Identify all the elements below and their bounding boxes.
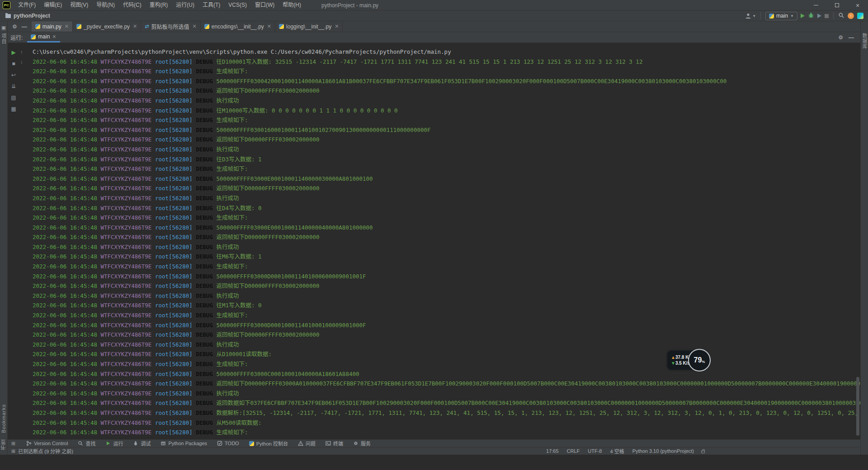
- menu-item-2[interactable]: 视图(V): [66, 0, 92, 10]
- menu-item-6[interactable]: 运行(U): [172, 0, 198, 10]
- toolwindow-item-label: TODO: [225, 441, 239, 446]
- log-line: 2022-06-06 16:45:48 WTFCXYKZY486T9E root…: [33, 66, 860, 76]
- close-tab-icon[interactable]: ✕: [133, 24, 137, 29]
- status-widget-4[interactable]: Python 3.10 (pythonProject): [632, 448, 694, 454]
- close-tab-icon[interactable]: ✕: [335, 24, 339, 29]
- network-monitor-overlay: ▲37.8 K/s ▼3.5 K/s 79%: [667, 351, 699, 370]
- toolwindow-item-调试[interactable]: 调试: [133, 440, 151, 447]
- toolwindow-item-label: 服务: [361, 440, 371, 447]
- editor-tab-2[interactable]: ⇄剪贴板与所选值✕: [141, 21, 200, 32]
- menu-item-1[interactable]: 编辑(E): [40, 0, 66, 10]
- clipboard-icon: ⇄: [145, 24, 149, 29]
- run-tab-main[interactable]: main ✕: [27, 32, 60, 42]
- gear-icon[interactable]: ⚙: [12, 24, 17, 30]
- menu-item-7[interactable]: 工具(T): [198, 0, 224, 10]
- log-line: 2022-06-06 16:45:48 WTFCXYKZY486T9E root…: [33, 418, 860, 428]
- project-breadcrumb[interactable]: pythonProject: [14, 13, 50, 19]
- menu-item-9[interactable]: 窗口(W): [251, 0, 278, 10]
- toolwindow-item-终端[interactable]: 终端: [326, 440, 343, 447]
- toolwindow-item-python-控制台[interactable]: Python 控制台: [249, 440, 288, 447]
- toolwindow-item-查找[interactable]: 查找: [78, 440, 95, 447]
- right-tool-stripe: 数据库: [860, 21, 868, 455]
- close-button[interactable]: ×: [847, 0, 868, 11]
- layout-grid-icon[interactable]: ⊞: [11, 448, 15, 454]
- stripe-item-bookmarks[interactable]: Bookmarks: [1, 404, 6, 433]
- titlebar: PC 文件(F)编辑(E)视图(V)导航(N)代码(C)重构(R)运行(U)工具…: [0, 0, 868, 11]
- tab-label: encodings\__init__.py: [212, 24, 264, 30]
- maximize-icon: [835, 3, 839, 7]
- search-everywhere-icon[interactable]: [838, 12, 844, 20]
- toolwindow-item-version-control[interactable]: Version Control: [26, 441, 68, 446]
- log-line: 2022-06-06 16:45:48 WTFCXYKZY486T9E root…: [33, 223, 860, 233]
- minimize-button[interactable]: [806, 0, 826, 11]
- log-line: 2022-06-06 16:45:48 WTFCXYKZY486T9E root…: [33, 125, 860, 135]
- close-icon[interactable]: ✕: [52, 34, 56, 40]
- menu-item-3[interactable]: 导航(N): [92, 0, 119, 10]
- stripe-item-bookmarks-cn[interactable]: 书签: [0, 439, 7, 450]
- menu-item-8[interactable]: VCS(S): [224, 0, 251, 10]
- run-tab-label: main: [38, 33, 50, 40]
- run-button[interactable]: [801, 14, 805, 18]
- log-line: 2022-06-06 16:45:48 WTFCXYKZY486T9E root…: [33, 232, 860, 242]
- status-widget-0[interactable]: 17:65: [546, 448, 559, 454]
- menu-item-0[interactable]: 文件(F): [14, 0, 40, 10]
- run-config-name: main: [776, 13, 788, 19]
- editor-tab-1[interactable]: _pydev_execfile.py✕: [73, 21, 141, 32]
- ide-features-icon[interactable]: [857, 13, 863, 19]
- log-line: 2022-06-06 16:45:48 WTFCXYKZY486T9E root…: [33, 57, 860, 67]
- run-console: ▶ ■ ↩ ⇊ ▤ ▦ ↑ ↓ C:\Users\cw0246\PycharmP…: [8, 43, 860, 439]
- stripe-item-project[interactable]: 项目: [0, 33, 7, 44]
- editor-tab-0[interactable]: main.py✕: [32, 21, 73, 32]
- python-file-icon: [279, 24, 284, 29]
- log-line: 2022-06-06 16:45:48 WTFCXYKZY486T9E root…: [33, 398, 860, 408]
- status-widget-3[interactable]: 4 空格: [610, 447, 624, 455]
- window-title: pythonProject - main.py: [321, 2, 378, 9]
- tool-window-switcher-icon[interactable]: ⊞: [11, 441, 15, 446]
- log-line: 2022-06-06 16:45:48 WTFCXYKZY486T9E root…: [33, 369, 860, 379]
- user-account-icon[interactable]: ▼: [745, 13, 756, 19]
- status-widget-1[interactable]: CRLF: [567, 448, 580, 454]
- packages-icon: [160, 441, 166, 446]
- menu-item-5[interactable]: 重构(R): [146, 0, 172, 10]
- tab-label: _pydev_execfile.py: [84, 24, 130, 30]
- toolwindow-item-label: Python Packages: [168, 441, 207, 446]
- log-line: 2022-06-06 16:45:48 WTFCXYKZY486T9E root…: [33, 359, 860, 369]
- log-line: 2022-06-06 16:45:48 WTFCXYKZY486T9E root…: [33, 76, 860, 86]
- run-config-selector[interactable]: main ▼: [765, 12, 797, 20]
- maximize-button[interactable]: [826, 0, 847, 11]
- run-settings-gear-icon[interactable]: ⚙: [838, 34, 843, 41]
- log-line: 2022-06-06 16:45:48 WTFCXYKZY486T9E root…: [33, 155, 860, 164]
- toolwindow-item-todo[interactable]: TODO: [217, 441, 239, 446]
- toolwindow-item-label: 终端: [333, 440, 343, 447]
- update-notification-icon[interactable]: ↑: [848, 13, 854, 19]
- close-tab-icon[interactable]: ✕: [65, 24, 69, 29]
- log-line: 2022-06-06 16:45:48 WTFCXYKZY486T9E root…: [33, 262, 860, 272]
- close-tab-icon[interactable]: ✕: [193, 24, 197, 29]
- hide-run-panel-icon[interactable]: —: [849, 34, 854, 41]
- log-line: 2022-06-06 16:45:48 WTFCXYKZY486T9E root…: [33, 330, 860, 340]
- menu-item-10[interactable]: 帮助(H): [278, 0, 305, 10]
- debug-button[interactable]: [808, 12, 814, 20]
- stop-button[interactable]: [825, 14, 829, 18]
- console-scrollbar[interactable]: [856, 377, 859, 436]
- editor-tab-4[interactable]: logging\__init__.py✕: [275, 21, 343, 32]
- todo-icon: [217, 441, 222, 446]
- toolwindow-item-运行[interactable]: 运行: [105, 440, 123, 447]
- close-tab-icon[interactable]: ✕: [267, 24, 271, 29]
- toolwindow-item-问题[interactable]: 问题: [298, 440, 316, 447]
- tab-label: 剪贴板与所选值: [151, 23, 189, 30]
- warning-icon: [298, 441, 303, 446]
- toolwindow-item-服务[interactable]: 服务: [353, 440, 371, 447]
- coverage-button[interactable]: [817, 14, 821, 18]
- editor-tab-3[interactable]: encodings\__init__.py✕: [201, 21, 275, 32]
- git-icon: [26, 441, 32, 446]
- log-line: 2022-06-06 16:45:48 WTFCXYKZY486T9E root…: [33, 301, 860, 310]
- hide-panel-icon[interactable]: —: [22, 24, 27, 30]
- status-bar: ⊞ 已到达断点 (9 分钟 之前) 17:65CRLFUTF-84 空格Pyth…: [8, 447, 860, 455]
- log-line: 2022-06-06 16:45:48 WTFCXYKZY486T9E root…: [33, 86, 860, 96]
- toolwindow-item-python-packages[interactable]: Python Packages: [160, 441, 207, 446]
- status-widget-2[interactable]: UTF-8: [588, 448, 602, 454]
- stripe-item-database[interactable]: 数据库: [861, 33, 868, 49]
- log-line: 2022-06-06 16:45:48 WTFCXYKZY486T9E root…: [33, 174, 860, 184]
- menu-item-4[interactable]: 代码(C): [119, 0, 146, 10]
